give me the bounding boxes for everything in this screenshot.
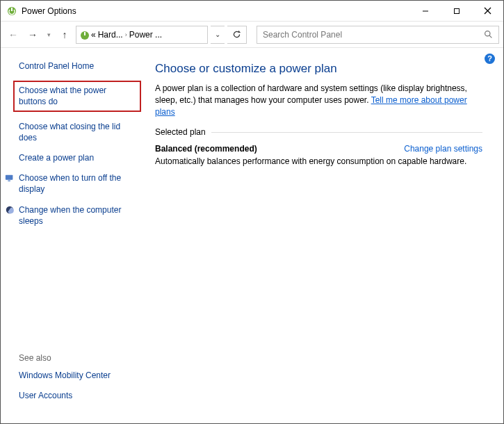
divider (211, 132, 482, 133)
refresh-button[interactable] (227, 26, 247, 44)
address-history-dropdown[interactable]: ⌄ (211, 26, 225, 44)
sidebar-item-create-plan[interactable]: Create a power plan (19, 152, 138, 163)
window-title: Power Options (22, 6, 409, 16)
svg-rect-7 (84, 32, 86, 35)
sidebar-item-power-buttons[interactable]: Choose what the power buttons do (19, 85, 136, 107)
svg-rect-10 (6, 175, 13, 180)
see-also-user-accounts[interactable]: User Accounts (19, 390, 138, 401)
plan-row: Balanced (recommended) Change plan setti… (155, 144, 482, 154)
selected-plan-header: Selected plan (155, 127, 482, 137)
maximize-button[interactable] (441, 1, 472, 21)
window-controls (409, 1, 503, 21)
svg-rect-1 (11, 8, 13, 11)
close-button[interactable] (472, 1, 503, 21)
page-heading: Choose or customize a power plan (155, 62, 482, 76)
plan-name: Balanced (recommended) (155, 144, 257, 154)
svg-rect-11 (8, 181, 10, 181)
chevron-right-icon: › (125, 31, 127, 38)
svg-line-9 (489, 35, 491, 38)
search-input[interactable]: Search Control Panel (257, 26, 499, 44)
sidebar-item-sleep[interactable]: Change when the computer sleeps (19, 204, 138, 227)
help-icon[interactable]: ? (485, 54, 495, 64)
plan-description: Automatically balances performance with … (155, 156, 482, 166)
minimize-button[interactable] (409, 1, 441, 21)
see-also-header: See also (19, 353, 138, 363)
back-button[interactable]: ← (5, 25, 22, 44)
page-description: A power plan is a collection of hardware… (155, 83, 482, 117)
see-also-mobility-center[interactable]: Windows Mobility Center (19, 370, 138, 381)
search-icon (484, 30, 493, 39)
content-area: Control Panel Home Choose what the power… (1, 48, 503, 422)
control-panel-home-link[interactable]: Control Panel Home (19, 60, 138, 72)
change-plan-settings-link[interactable]: Change plan settings (404, 144, 482, 154)
svg-rect-3 (454, 8, 459, 13)
main-panel: ? Choose or customize a power plan A pow… (147, 48, 503, 422)
sidebar-item-closing-lid[interactable]: Choose what closing the lid does (19, 121, 138, 143)
see-also-section: See also Windows Mobility Center User Ac… (19, 353, 138, 414)
address-bar[interactable]: « Hard... › Power ... (76, 26, 208, 44)
titlebar: Power Options (1, 1, 503, 22)
breadcrumb-segment[interactable]: Power ... (129, 30, 162, 40)
toolbar: ← → ▾ ↑ « Hard... › Power ... ⌄ Search C… (1, 22, 503, 48)
sleep-icon (5, 205, 15, 215)
history-dropdown[interactable]: ▾ (44, 25, 54, 44)
sidebar: Control Panel Home Choose what the power… (1, 48, 147, 422)
breadcrumb-segment[interactable]: Hard... (98, 30, 123, 40)
search-placeholder: Search Control Panel (263, 30, 484, 40)
up-button[interactable]: ↑ (56, 25, 73, 44)
breadcrumb-prefix: « (91, 30, 96, 40)
svg-point-8 (485, 31, 490, 36)
section-label: Selected plan (155, 127, 206, 137)
forward-button[interactable]: → (24, 25, 41, 44)
power-options-icon (79, 30, 89, 40)
power-options-icon (6, 6, 17, 17)
display-off-icon (5, 173, 15, 183)
sidebar-item-display-off[interactable]: Choose when to turn off the display (19, 172, 138, 195)
